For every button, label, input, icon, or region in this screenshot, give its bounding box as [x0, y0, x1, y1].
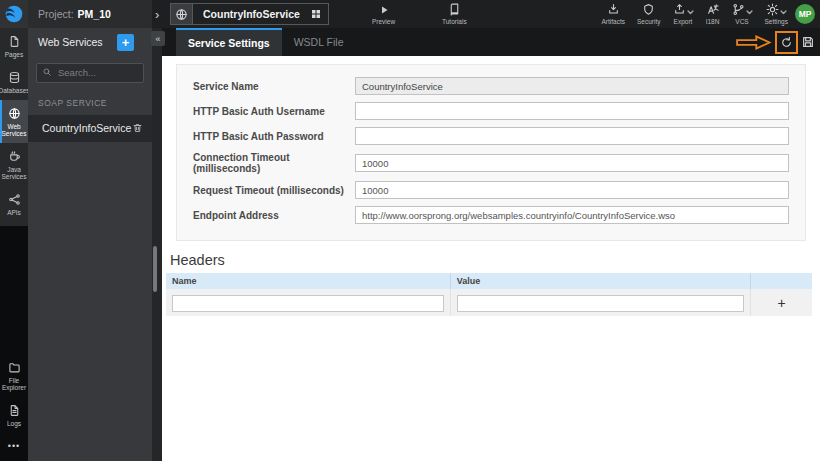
coffee-icon	[8, 150, 21, 163]
api-nodes-icon	[8, 193, 21, 206]
service-list-item[interactable]: CountryInfoService	[28, 115, 152, 142]
headers-section-title: Headers	[170, 252, 820, 268]
editor-actions	[735, 28, 815, 56]
app-window: Project: PM_10 › CountryInfoService Prev…	[0, 0, 820, 461]
add-header-row-button[interactable]: +	[777, 296, 785, 310]
file-explorer-label: File Explorer	[0, 377, 28, 391]
editor-tabbar: Service Settings WSDL File	[162, 28, 820, 56]
java-services-label: Java Services	[0, 166, 28, 180]
header-name-input[interactable]	[172, 295, 444, 312]
main-area: Service Settings WSDL File Service Name	[162, 28, 820, 461]
nav-rail: Pages Databases Web Services Java Servic…	[0, 28, 28, 461]
web-services-label: Web Services	[0, 123, 28, 137]
panel-header: Web Services +	[28, 28, 152, 56]
form-row: Connection Timeout (milliseconds)	[193, 152, 789, 174]
shield-icon	[642, 3, 655, 16]
column-header-name: Name	[166, 273, 450, 289]
trash-icon[interactable]	[132, 122, 143, 134]
column-header-value: Value	[450, 273, 750, 289]
caret-down-icon	[780, 10, 787, 15]
sidebar-item-databases[interactable]: Databases	[0, 64, 28, 100]
chevron-right-icon: ›	[155, 0, 159, 28]
folder-icon	[8, 361, 21, 374]
http-password-input[interactable]	[355, 127, 789, 145]
tab-service-settings[interactable]: Service Settings	[176, 28, 282, 56]
sidebar-item-pages[interactable]: Pages	[0, 28, 28, 64]
translate-icon	[706, 3, 720, 16]
project-breadcrumb[interactable]: Project: PM_10	[28, 0, 152, 28]
service-name-label: Service Name	[193, 81, 355, 92]
databases-label: Databases	[0, 87, 30, 94]
upload-icon	[673, 3, 686, 16]
export-button[interactable]: Export	[673, 3, 694, 25]
tutorials-button[interactable]: Tutorials	[442, 2, 467, 26]
connection-timeout-label: Connection Timeout (milliseconds)	[193, 152, 355, 174]
service-search	[36, 62, 144, 83]
settings-button[interactable]: Settings	[765, 3, 789, 25]
log-file-icon	[8, 404, 21, 417]
globe-icon	[171, 4, 193, 24]
open-service-tab[interactable]: CountryInfoService	[170, 3, 329, 25]
sidebar-item-logs[interactable]: Logs	[0, 397, 28, 433]
security-button[interactable]: Security	[637, 3, 660, 25]
form-row: HTTP Basic Auth Username	[193, 102, 789, 120]
vcs-label: VCS	[735, 18, 748, 25]
tab-wsdl-file[interactable]: WSDL File	[282, 28, 356, 56]
gear-icon	[766, 3, 779, 16]
security-label: Security	[637, 18, 660, 25]
splitter-strip	[152, 28, 162, 461]
reload-service-button[interactable]	[775, 31, 798, 54]
form-row: Service Name	[193, 77, 789, 95]
artifacts-button[interactable]: Artifacts	[602, 3, 625, 25]
export-label: Export	[674, 18, 693, 25]
panel-title: Web Services	[38, 36, 117, 48]
more-menu-icon[interactable]: •••	[0, 433, 28, 461]
search-icon	[42, 67, 52, 77]
header-value-input[interactable]	[457, 295, 744, 312]
floppy-disk-icon	[801, 35, 815, 49]
sidebar-item-file-explorer[interactable]: File Explorer	[0, 354, 28, 397]
endpoint-address-input[interactable]	[355, 206, 789, 224]
web-services-panel: Web Services + SOAP SERVICE CountryInfoS…	[28, 28, 152, 461]
collapse-panel-button[interactable]: «	[151, 31, 165, 46]
app-logo[interactable]	[0, 0, 28, 28]
request-timeout-input[interactable]	[355, 181, 789, 199]
artifacts-label: Artifacts	[602, 18, 625, 25]
form-row: Endpoint Address	[193, 206, 789, 224]
topbar: Project: PM_10 › CountryInfoService Prev…	[0, 0, 820, 28]
sidebar-item-web-services[interactable]: Web Services	[0, 100, 28, 143]
download-icon	[607, 3, 620, 16]
http-password-label: HTTP Basic Auth Password	[193, 131, 355, 142]
play-icon	[378, 4, 390, 16]
grid-icon[interactable]	[310, 8, 328, 20]
form-row: HTTP Basic Auth Password	[193, 127, 789, 145]
search-input[interactable]	[36, 63, 144, 83]
caret-down-icon	[746, 10, 753, 15]
http-username-input[interactable]	[355, 102, 789, 120]
endpoint-address-label: Endpoint Address	[193, 210, 355, 221]
preview-button[interactable]: Preview	[372, 2, 395, 26]
sidebar-item-java-services[interactable]: Java Services	[0, 143, 28, 186]
project-name: PM_10	[78, 8, 111, 20]
logs-label: Logs	[7, 420, 21, 427]
tutorials-label: Tutorials	[442, 18, 467, 25]
request-timeout-label: Request Timeout (milliseconds)	[193, 185, 355, 196]
vcs-button[interactable]: VCS	[732, 3, 753, 25]
pages-icon	[8, 35, 21, 48]
soap-service-section-label: SOAP SERVICE	[38, 98, 152, 108]
apis-label: APIs	[7, 209, 21, 216]
scrollbar-thumb[interactable]	[153, 246, 157, 292]
caret-down-icon	[687, 10, 694, 15]
save-button[interactable]	[801, 35, 815, 49]
service-settings-form: Service Name HTTP Basic Auth Username HT…	[176, 64, 806, 241]
headers-table: Name Value +	[166, 273, 812, 316]
user-avatar[interactable]: MP	[795, 4, 815, 24]
nav-rail-top: Pages Databases Web Services Java Servic…	[0, 28, 28, 226]
connection-timeout-input[interactable]	[355, 154, 789, 172]
project-label: Project:	[38, 8, 74, 20]
git-branch-icon	[732, 3, 745, 16]
service-name-input[interactable]	[355, 77, 789, 95]
sidebar-item-apis[interactable]: APIs	[0, 186, 28, 222]
add-service-button[interactable]: +	[117, 34, 134, 51]
i18n-button[interactable]: I18N	[706, 3, 720, 25]
